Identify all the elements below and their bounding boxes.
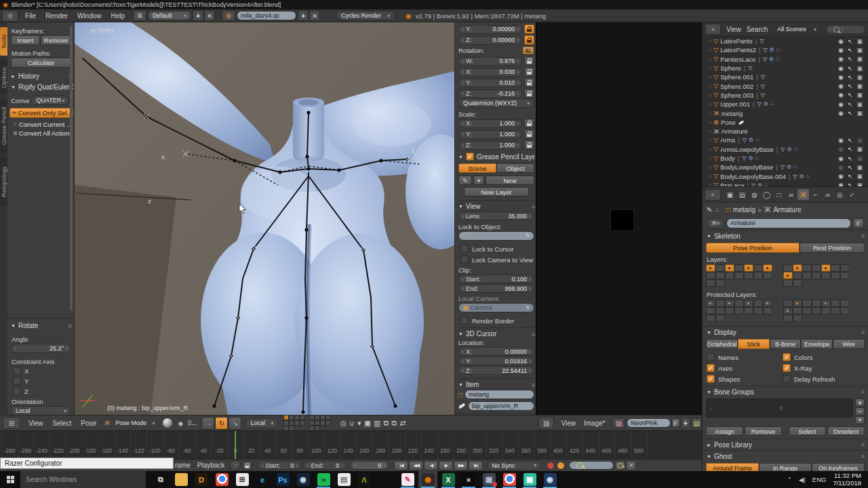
pack-image-icon[interactable]: ▤ <box>691 418 702 428</box>
layer-button[interactable] <box>715 307 725 314</box>
layer-button[interactable] <box>831 264 840 272</box>
eye-icon[interactable] <box>838 146 844 152</box>
display-mode-button[interactable]: Octahedral <box>706 339 738 349</box>
timeline-ruler[interactable]: -280-260-240-220-200-180-160-140-120-100… <box>0 430 702 459</box>
taskbar-search-box[interactable]: Search Windows <box>20 471 146 488</box>
clear-camera-icon[interactable] <box>525 304 530 311</box>
constraints-tab-icon[interactable]: ∞ <box>785 189 797 200</box>
transform-orientation-selector[interactable]: Local <box>245 418 278 428</box>
display-mode-button[interactable]: Envelope <box>801 339 833 349</box>
convert-all-actions-button[interactable]: ≣Convert All Actions <box>13 129 73 138</box>
transport-button[interactable]: ▶ <box>439 461 453 470</box>
editor-type-icon[interactable]: ≡ <box>705 189 721 201</box>
snap-magnet-icon[interactable]: ∪ <box>349 419 355 428</box>
convert-only-selected-button[interactable]: ✂Convert Only Sel... <box>9 108 73 118</box>
pose-menu[interactable]: Pose <box>81 420 96 427</box>
sync-mode-selector[interactable]: No Sync <box>487 461 541 470</box>
local-camera-field[interactable]: Camera <box>458 303 534 312</box>
layer-button[interactable] <box>715 272 725 279</box>
layer-button[interactable] <box>831 307 840 314</box>
render-border-checkbox[interactable]: Render Border <box>460 317 514 325</box>
copy-pose-icon[interactable]: ⧉ <box>383 419 389 428</box>
selectable-icon[interactable] <box>848 137 853 144</box>
layer-button[interactable] <box>812 307 821 314</box>
disclosure-dot[interactable]: ○ <box>709 129 711 134</box>
world-tab-icon[interactable]: ◯ <box>761 189 772 200</box>
outliner-row[interactable]: ○ PantiesLace | <box>703 55 868 64</box>
use-preview-range-icon[interactable]: ◔ <box>230 460 241 470</box>
select-menu[interactable]: Select <box>53 420 72 427</box>
disclosure-dot[interactable]: ○ <box>709 66 711 70</box>
disclosure-dot[interactable]: ○ <box>709 138 711 142</box>
pin-icon[interactable] <box>707 206 712 214</box>
layer-cell[interactable] <box>315 415 320 420</box>
file-explorer-icon[interactable] <box>172 471 191 488</box>
shading-sphere-icon[interactable] <box>163 418 172 428</box>
quat-euler-selector[interactable]: QUATER <box>31 96 69 105</box>
display-checkbox[interactable]: Delay Refresh <box>783 373 835 384</box>
manipulator-space-icon[interactable]: ⠿↔ <box>187 420 196 427</box>
rest-position-button[interactable]: Rest Position <box>800 243 865 253</box>
scale-field[interactable]: Z:1.000 <box>458 141 522 150</box>
layer-button[interactable] <box>783 300 793 307</box>
layer-cell[interactable] <box>289 420 294 426</box>
layer-button[interactable] <box>763 272 772 279</box>
mode-selector[interactable]: Pose Mode <box>111 418 159 428</box>
physics-tab-icon[interactable]: ◎ <box>834 189 846 200</box>
pivot-point-icon[interactable]: ◈ <box>178 420 183 427</box>
steam-2-icon[interactable]: ◉ <box>540 471 559 488</box>
outliner-row[interactable]: ○ LatexPants | <box>703 37 868 45</box>
item-object-field[interactable]: metarig <box>465 390 534 399</box>
disclosure-dot[interactable]: ○ <box>709 165 711 169</box>
layer-button[interactable] <box>706 272 715 279</box>
layer-button[interactable] <box>744 307 753 314</box>
selectable-icon[interactable] <box>848 155 853 162</box>
layer-button[interactable] <box>802 300 812 307</box>
layer-button[interactable] <box>763 307 772 314</box>
render-restrict-icon[interactable] <box>856 92 863 98</box>
eye-icon[interactable] <box>838 173 844 180</box>
item-name[interactable]: PantiesLace <box>720 56 755 63</box>
gp-object-tab[interactable]: Object <box>496 163 534 173</box>
image-editor[interactable] <box>536 22 702 415</box>
add-bone-group-button[interactable] <box>855 399 865 407</box>
selectable-icon[interactable] <box>848 146 853 152</box>
bone-tab-icon[interactable]: ⌐ <box>810 189 821 200</box>
bone-groups-list[interactable]: ○ = <box>706 399 853 418</box>
layer-cell[interactable] <box>283 420 289 426</box>
editor-type-icon[interactable]: ▨ <box>538 417 554 429</box>
convert-current-button[interactable]: ⁘Convert Current ... <box>13 120 73 129</box>
gp-draw-button[interactable] <box>458 176 472 185</box>
tray-expand-icon[interactable]: ⌃ <box>787 476 792 483</box>
layer-cell[interactable] <box>320 415 326 420</box>
editor-type-icon[interactable]: ⊞ <box>3 417 20 429</box>
view-menu[interactable]: View <box>561 420 576 427</box>
edge-icon[interactable]: e <box>253 471 272 488</box>
item-name[interactable]: Sphere <box>720 64 741 72</box>
history-panel-header[interactable]: ►History≡ <box>11 73 71 80</box>
selectable-icon[interactable] <box>848 65 853 72</box>
blender-icon[interactable]: ◉ <box>418 471 437 488</box>
cursor-field[interactable]: Z:22.54411 <box>458 366 534 375</box>
layer-button[interactable] <box>802 307 812 314</box>
start-button[interactable] <box>0 471 20 488</box>
layer-button[interactable] <box>725 264 734 272</box>
ghost-mode-button[interactable]: On Keyframes <box>812 463 865 471</box>
frame-menu-partial[interactable]: rame <box>175 462 191 469</box>
angle-field[interactable]: 25.2° <box>11 344 71 353</box>
scale-field[interactable]: X:1.000 <box>458 119 522 128</box>
disclosure-dot[interactable]: ○ <box>709 147 711 152</box>
axis-x-checkbox[interactable]: X <box>13 367 28 375</box>
outliner-row[interactable]: ○ Sphere.001 | <box>703 73 868 81</box>
rotation-order-selector[interactable]: Quaternion (WXYZ) <box>458 98 534 108</box>
selectable-icon[interactable] <box>848 38 853 45</box>
layer-cell[interactable] <box>320 420 326 426</box>
gp-checkbox[interactable] <box>466 152 474 161</box>
cursor-field[interactable]: Y:0.01916 <box>458 357 534 365</box>
layer-button[interactable] <box>753 264 763 272</box>
layer-cell[interactable] <box>326 415 331 420</box>
layer-cell[interactable] <box>309 420 315 426</box>
playback-menu[interactable]: Playback <box>197 462 225 469</box>
location-field[interactable]: Z:0.00000 <box>458 36 522 45</box>
editor-type-icon[interactable]: ◎ <box>2 10 18 22</box>
